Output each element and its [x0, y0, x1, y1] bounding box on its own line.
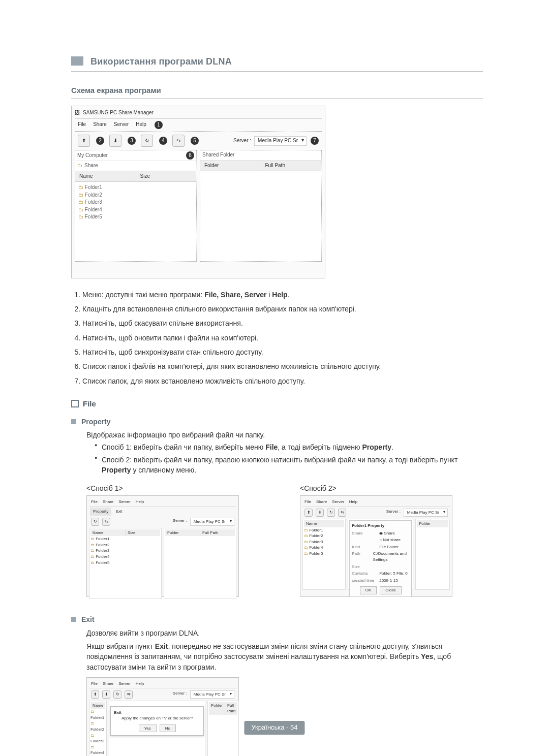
callout-5: 5	[191, 137, 199, 145]
col-folder: Folder	[200, 161, 261, 171]
list-item[interactable]: Folder5	[304, 551, 344, 557]
m1-tool[interactable]: ⇆	[102, 518, 110, 526]
list-item[interactable]: Folder1	[90, 709, 105, 720]
page-title: Використання програми DLNA	[90, 55, 232, 68]
m1-menu-share[interactable]: Share	[103, 499, 113, 505]
list-item[interactable]: Folder4	[90, 554, 160, 560]
bar-bullet-icon	[71, 617, 76, 622]
list-item[interactable]: Folder3	[304, 539, 344, 545]
me-tool[interactable]: ⬇	[102, 690, 110, 699]
folder-icon	[77, 162, 82, 170]
list-item[interactable]: Folder4	[78, 206, 193, 214]
app-screenshot-main: 🖼 SAMSUNG PC Share Manager File Share Se…	[71, 106, 325, 278]
list-item[interactable]: Folder2	[90, 720, 105, 732]
property-label: Property	[81, 417, 111, 427]
server-select[interactable]: Media Play PC Sr	[254, 136, 307, 146]
m2-menu-file[interactable]: File	[304, 499, 311, 505]
list-item[interactable]: Folder1	[90, 536, 160, 542]
m1-menu-help[interactable]: Help	[136, 499, 144, 505]
exit-label: Exit	[81, 614, 95, 624]
list-item[interactable]: Folder3	[78, 199, 193, 206]
bar-bullet-icon	[71, 419, 76, 424]
callout-2: 2	[96, 137, 104, 145]
callout-li-7: Список папок, для яких встановлено можли…	[82, 376, 483, 386]
me-server-label: Server :	[173, 690, 187, 699]
callout-4: 4	[159, 137, 167, 145]
m1-menu-server[interactable]: Server	[118, 499, 131, 505]
section-header: Використання програми DLNA	[71, 55, 483, 72]
m2-menu-share[interactable]: Share	[316, 499, 327, 505]
share-node[interactable]: Share	[84, 162, 98, 170]
right-panel: Shared Folder Folder Full Path	[200, 150, 322, 262]
exit-line2: Якщо вибрати пункт Exit, попередньо не з…	[86, 641, 483, 672]
m1-tool[interactable]: ↻	[91, 518, 99, 526]
callout-li-5: Натисніть, щоб синхронізувати стан спіль…	[82, 347, 483, 357]
m2-server-select[interactable]: Media Play PC Sr	[404, 509, 448, 517]
app-menubar: File Share Server Help 1	[75, 119, 322, 132]
list-item[interactable]: Folder2	[304, 533, 344, 539]
m1-submenu-property[interactable]: Property	[90, 508, 111, 516]
list-item[interactable]: Folder4	[90, 744, 105, 756]
me-menu-file[interactable]: File	[91, 681, 98, 687]
list-item[interactable]: Folder3	[90, 733, 105, 744]
exit-line1: Дозволяє вийти з програми DLNA.	[86, 628, 483, 638]
app-window-icon: 🖼	[75, 109, 80, 117]
me-menu-server[interactable]: Server	[118, 681, 131, 687]
accent-bar	[71, 56, 83, 66]
toolbar-refresh-icon[interactable]: ↻	[141, 135, 153, 147]
list-item[interactable]: Folder1	[304, 527, 344, 533]
page-footer: Українська - 54	[244, 721, 304, 735]
list-item[interactable]: Folder2	[78, 192, 193, 199]
toolbar-sync-icon[interactable]: ⇆	[172, 135, 185, 147]
m2-tool[interactable]: ⇆	[338, 509, 346, 517]
method2-caption: <Спосіб 2>	[300, 483, 452, 493]
property-dialog: Folder1 Property Share◉ Share ○ Not shar…	[349, 520, 412, 597]
subsection-title: Схема екрана програми	[71, 85, 483, 99]
no-button[interactable]: No	[160, 724, 176, 733]
m1-submenu-exit[interactable]: Exit	[112, 508, 125, 516]
me-tool[interactable]: ⬆	[91, 690, 99, 699]
m2-tool[interactable]: ↻	[327, 509, 335, 517]
property-desc: Відображає інформацію про вибраний файл …	[86, 430, 483, 440]
m1-menu-file[interactable]: File	[91, 499, 98, 505]
m1-server-select[interactable]: Media Play PC Sr	[190, 518, 234, 526]
method1-caption: <Спосіб 1>	[86, 483, 239, 493]
toolbar-share-icon[interactable]: ⬆	[78, 135, 90, 147]
yes-button[interactable]: Yes	[139, 724, 157, 733]
callout-li-1: Меню: доступні такі меню програми: File,…	[82, 290, 483, 300]
menu-share[interactable]: Share	[93, 121, 107, 129]
app-screenshot-method1: File Share Server Help Property Exit ↻ ⇆…	[86, 495, 239, 597]
menu-file[interactable]: File	[78, 121, 86, 129]
list-item[interactable]: Folder2	[90, 542, 160, 548]
list-item[interactable]: Folder1	[78, 184, 193, 192]
me-menu-help[interactable]: Help	[136, 681, 144, 687]
toolbar-unshare-icon[interactable]: ⬇	[109, 135, 121, 147]
me-tool[interactable]: ↻	[113, 690, 121, 699]
file-heading: File	[71, 398, 483, 410]
callout-7: 7	[311, 137, 319, 145]
me-tool[interactable]: ⇆	[125, 690, 133, 699]
list-item[interactable]: Folder5	[78, 213, 193, 221]
list-item[interactable]: Folder3	[90, 548, 160, 554]
app-screenshot-method2: File Share Server Help ⬆ ⬇ ↻ ⇆ Server : …	[300, 495, 452, 597]
callout-li-4: Натисніть, щоб оновити папки і файли на …	[82, 333, 483, 343]
m2-tool[interactable]: ⬆	[304, 509, 313, 517]
callout-6: 6	[186, 151, 194, 160]
m2-menu-help[interactable]: Help	[349, 499, 357, 505]
menu-help[interactable]: Help	[136, 121, 146, 129]
me-server-select[interactable]: Media Play PC Sr	[190, 690, 234, 699]
ok-button[interactable]: OK	[360, 586, 377, 594]
m2-menu-server[interactable]: Server	[332, 499, 344, 505]
m2-tool[interactable]: ⬇	[316, 509, 324, 517]
menu-server[interactable]: Server	[114, 121, 129, 129]
close-button[interactable]: Close	[380, 586, 401, 594]
folder-list: Folder1 Folder2 Folder3 Folder4 Folder5	[75, 182, 196, 223]
me-menu-share[interactable]: Share	[103, 681, 113, 687]
square-bullet-icon	[71, 400, 79, 407]
exit-dialog: Exit Apply the changes on TV or the serv…	[110, 706, 204, 736]
list-item[interactable]: Folder5	[90, 560, 160, 566]
col-fullpath: Full Path	[261, 161, 322, 171]
property-methods: Спосіб 1: виберіть файл чи папку, вибері…	[95, 442, 483, 475]
exit-subheading: Exit	[71, 614, 483, 624]
list-item[interactable]: Folder4	[304, 545, 344, 551]
